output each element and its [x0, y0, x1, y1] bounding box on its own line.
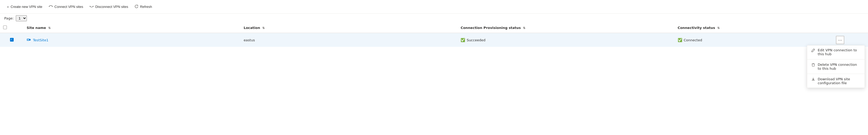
edit-vpn-connection-item[interactable]: Edit VPN connection to this hub — [807, 45, 865, 59]
row-provisioning-cell: ✅ Succeeded — [458, 33, 675, 47]
context-menu-wrapper: ⋯ Edit VPN connection to this hub — [836, 36, 865, 44]
delete-icon — [811, 63, 815, 67]
row-location-cell: eastus — [241, 33, 458, 47]
more-actions-button[interactable]: ⋯ — [836, 36, 844, 44]
table-row: TestSite1 eastus ✅ Succeeded ✅ Connected — [0, 33, 868, 47]
col-actions — [833, 23, 868, 33]
refresh-label: Refresh — [140, 5, 152, 9]
connect-vpn-sites-label: Connect VPN sites — [55, 5, 83, 9]
select-all-checkbox-header[interactable] — [0, 23, 24, 33]
sort-provisioning-icon: ⇅ — [523, 26, 525, 30]
toolbar: + Create new VPN site Connect VPN sites … — [0, 0, 868, 14]
row-checkbox[interactable] — [10, 38, 14, 42]
site-name-text: TestSite1 — [33, 38, 49, 42]
site-name-link[interactable]: TestSite1 — [27, 38, 238, 43]
download-config-label: Download VPN site configuration file — [818, 77, 860, 85]
connectivity-success-icon: ✅ — [678, 38, 682, 42]
disconnect-icon — [90, 4, 94, 9]
menu-separator-2 — [807, 74, 865, 74]
table-header-row: Site name ⇅ Location ⇅ Connection Provis… — [0, 23, 868, 33]
col-provisioning-status[interactable]: Connection Provisioning status ⇅ — [458, 23, 675, 33]
sort-site-name-icon: ⇅ — [48, 26, 51, 30]
location-text: eastus — [244, 38, 255, 42]
sort-connectivity-icon: ⇅ — [717, 26, 719, 30]
connectivity-status: ✅ Connected — [678, 38, 830, 42]
provisioning-status-text: Succeeded — [467, 38, 485, 42]
menu-separator-1 — [807, 59, 865, 60]
page-select[interactable]: 1 — [16, 15, 27, 21]
col-site-name[interactable]: Site name ⇅ — [24, 23, 241, 33]
vpn-site-icon — [27, 38, 31, 43]
sort-location-icon: ⇅ — [262, 26, 265, 30]
col-connectivity-status[interactable]: Connectivity status ⇅ — [675, 23, 833, 33]
disconnect-vpn-sites-button[interactable]: Disconnect VPN sites — [87, 3, 131, 10]
create-vpn-site-button[interactable]: + Create new VPN site — [4, 3, 45, 10]
edit-vpn-label: Edit VPN connection to this hub — [818, 48, 860, 56]
svg-point-1 — [52, 6, 53, 7]
col-location[interactable]: Location ⇅ — [241, 23, 458, 33]
svg-point-2 — [90, 6, 90, 7]
edit-icon — [811, 48, 815, 53]
row-checkbox-cell[interactable] — [0, 33, 24, 47]
svg-rect-5 — [27, 39, 29, 40]
provisioning-status: ✅ Succeeded — [461, 38, 672, 42]
svg-rect-6 — [29, 39, 31, 40]
page-label: Page: — [4, 16, 14, 20]
delete-vpn-label: Delete VPN connection to this hub — [818, 63, 860, 70]
context-menu: Edit VPN connection to this hub — [807, 45, 865, 88]
download-config-item[interactable]: Download VPN site configuration file — [807, 74, 865, 88]
connect-icon — [49, 4, 53, 9]
download-icon — [811, 77, 815, 82]
select-all-checkbox[interactable] — [3, 26, 7, 29]
refresh-button[interactable]: Refresh — [132, 3, 155, 10]
connectivity-status-text: Connected — [684, 38, 702, 42]
connect-vpn-sites-button[interactable]: Connect VPN sites — [46, 3, 86, 10]
create-vpn-site-label: Create new VPN site — [10, 5, 42, 9]
row-site-name-cell[interactable]: TestSite1 — [24, 33, 241, 47]
pagination-bar: Page: 1 — [0, 14, 868, 23]
provisioning-success-icon: ✅ — [461, 38, 465, 42]
row-connectivity-cell: ✅ Connected — [675, 33, 833, 47]
disconnect-vpn-sites-label: Disconnect VPN sites — [95, 5, 128, 9]
svg-point-3 — [93, 6, 93, 7]
vpn-sites-table: Site name ⇅ Location ⇅ Connection Provis… — [0, 23, 868, 47]
svg-point-0 — [49, 6, 50, 7]
row-actions-cell: ⋯ Edit VPN connection to this hub — [833, 33, 868, 47]
refresh-icon — [134, 4, 138, 9]
delete-vpn-connection-item[interactable]: Delete VPN connection to this hub — [807, 60, 865, 73]
plus-icon: + — [7, 5, 9, 9]
